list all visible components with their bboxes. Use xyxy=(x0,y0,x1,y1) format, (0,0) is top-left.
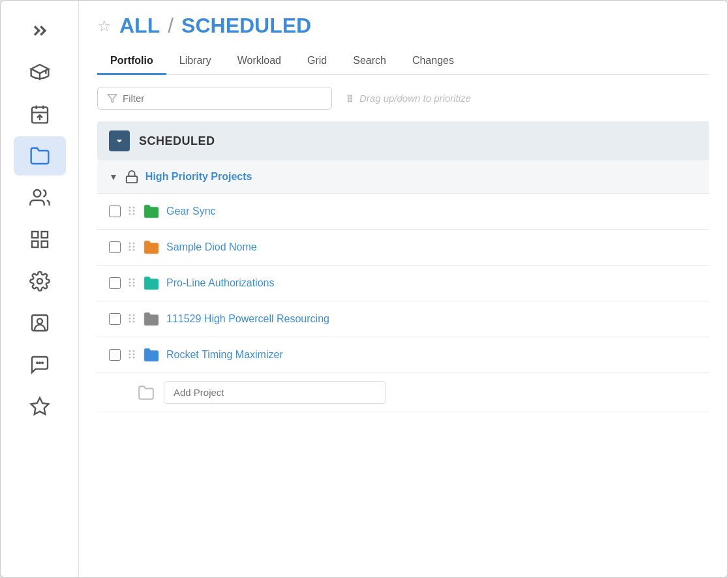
tabs-bar: Portfolio Library Workload Grid Search C… xyxy=(97,48,709,75)
svg-point-47 xyxy=(129,320,131,322)
project-name-1[interactable]: Sample Diod Nome xyxy=(166,241,257,253)
svg-point-42 xyxy=(133,284,135,286)
svg-point-29 xyxy=(129,213,131,215)
project-row[interactable]: Pro-Line Authorizations xyxy=(97,266,709,301)
svg-point-51 xyxy=(129,353,131,355)
sidebar-item-grid[interactable] xyxy=(14,220,66,259)
add-project-folder-icon xyxy=(138,384,155,401)
header-title: ☆ ALL / SCHEDULED xyxy=(97,14,709,38)
breadcrumb-scheduled[interactable]: SCHEDULED xyxy=(181,14,311,38)
subgroup-lock-icon xyxy=(125,170,139,184)
svg-point-20 xyxy=(348,98,349,99)
subgroup-chevron-icon: ▼ xyxy=(109,172,118,182)
project-row[interactable]: Rocket Timing Maximizer xyxy=(97,337,709,373)
tab-portfolio[interactable]: Portfolio xyxy=(97,48,166,75)
svg-point-25 xyxy=(129,206,131,208)
svg-point-53 xyxy=(129,356,131,358)
svg-point-43 xyxy=(129,314,131,316)
svg-point-36 xyxy=(133,249,135,251)
breadcrumb-all[interactable]: ALL xyxy=(119,14,160,38)
svg-point-12 xyxy=(37,318,42,324)
sidebar-item-comments[interactable] xyxy=(14,345,66,384)
svg-point-34 xyxy=(133,245,135,247)
tab-search[interactable]: Search xyxy=(340,48,399,75)
subgroup-header[interactable]: ▼ High Priority Projects xyxy=(97,160,709,194)
svg-point-22 xyxy=(348,100,349,102)
project-checkbox-4[interactable] xyxy=(109,349,121,361)
drag-handle-4[interactable] xyxy=(127,349,136,361)
folder-icon-0 xyxy=(143,203,160,220)
folder-icon-4 xyxy=(143,346,160,363)
filter-input[interactable] xyxy=(123,93,322,104)
svg-rect-9 xyxy=(41,241,47,247)
project-name-2[interactable]: Pro-Line Authorizations xyxy=(166,277,274,289)
svg-point-5 xyxy=(33,190,40,197)
svg-point-31 xyxy=(129,242,131,244)
svg-point-35 xyxy=(129,249,131,251)
sidebar-item-upload[interactable] xyxy=(14,95,66,134)
drag-hint: Drag up/down to prioritize xyxy=(345,93,471,104)
folder-icon-1 xyxy=(143,239,160,256)
sidebar-item-favorites[interactable] xyxy=(14,387,66,426)
svg-point-32 xyxy=(133,242,135,244)
subgroup-label: High Priority Projects xyxy=(145,171,252,183)
project-checkbox-2[interactable] xyxy=(109,277,121,289)
main-content: ☆ ALL / SCHEDULED Portfolio Library Work… xyxy=(79,1,727,577)
svg-marker-16 xyxy=(31,398,48,414)
svg-point-37 xyxy=(129,278,131,280)
project-row[interactable]: Sample Diod Nome xyxy=(97,230,709,266)
project-name-4[interactable]: Rocket Timing Maximizer xyxy=(166,349,283,361)
drag-hint-text: Drag up/down to prioritize xyxy=(359,93,471,104)
sidebar-item-learning[interactable] xyxy=(14,53,66,92)
svg-point-18 xyxy=(348,95,349,97)
sidebar-item-profile[interactable] xyxy=(14,303,66,342)
group-header: SCHEDULED xyxy=(97,121,709,160)
drag-hint-icon xyxy=(345,93,356,104)
sidebar-item-team[interactable] xyxy=(14,178,66,217)
tab-grid[interactable]: Grid xyxy=(294,48,340,75)
project-name-3[interactable]: 111529 High Powercell Resourcing xyxy=(166,313,329,325)
svg-point-10 xyxy=(37,279,42,284)
tab-library[interactable]: Library xyxy=(166,48,224,75)
group-label: SCHEDULED xyxy=(139,134,215,148)
drag-handle-2[interactable] xyxy=(127,277,136,290)
svg-marker-17 xyxy=(108,95,116,102)
svg-point-40 xyxy=(133,281,135,283)
svg-point-23 xyxy=(350,100,352,102)
filter-input-wrapper[interactable] xyxy=(97,87,332,110)
svg-rect-6 xyxy=(32,232,38,237)
tab-workload[interactable]: Workload xyxy=(224,48,294,75)
drag-handle-3[interactable] xyxy=(127,313,136,326)
svg-point-44 xyxy=(133,314,135,316)
svg-point-54 xyxy=(133,356,135,358)
drag-handle-1[interactable] xyxy=(127,241,136,254)
svg-rect-8 xyxy=(32,241,38,247)
star-icon[interactable]: ☆ xyxy=(97,17,112,35)
project-checkbox-1[interactable] xyxy=(109,241,121,253)
project-checkbox-3[interactable] xyxy=(109,313,121,325)
group-toggle-button[interactable] xyxy=(109,130,130,151)
add-project-input[interactable] xyxy=(164,381,386,404)
project-name-0[interactable]: Gear Sync xyxy=(166,205,216,217)
svg-point-50 xyxy=(133,350,135,352)
svg-point-45 xyxy=(129,317,131,319)
svg-point-30 xyxy=(133,213,135,215)
breadcrumb-separator: / xyxy=(168,14,174,38)
project-row[interactable]: 111529 High Powercell Resourcing xyxy=(97,301,709,337)
filter-icon xyxy=(107,93,117,104)
svg-rect-24 xyxy=(127,176,138,183)
toolbar: Drag up/down to prioritize xyxy=(79,75,727,121)
svg-point-49 xyxy=(129,350,131,352)
project-checkbox-0[interactable] xyxy=(109,205,121,217)
sidebar-item-settings[interactable] xyxy=(14,262,66,301)
svg-point-41 xyxy=(129,284,131,286)
svg-point-48 xyxy=(133,320,135,322)
app-container: ☆ ALL / SCHEDULED Portfolio Library Work… xyxy=(0,0,728,578)
sidebar-item-collapse[interactable] xyxy=(14,11,66,50)
portfolio-list: SCHEDULED ▼ High Priority Projects xyxy=(79,121,727,577)
drag-handle-0[interactable] xyxy=(127,205,136,218)
sidebar-item-portfolio[interactable] xyxy=(14,136,66,175)
svg-point-19 xyxy=(350,95,352,97)
tab-changes[interactable]: Changes xyxy=(399,48,467,75)
project-row[interactable]: Gear Sync xyxy=(97,194,709,230)
